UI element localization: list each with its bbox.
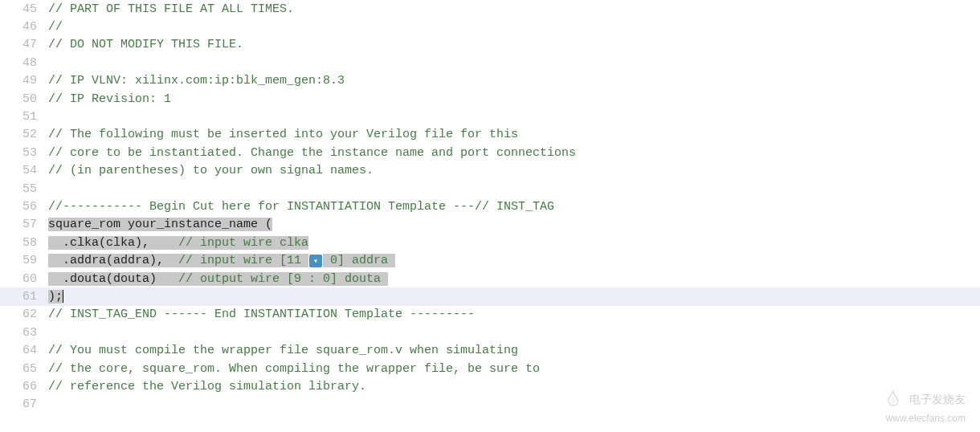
line-number: 56 bbox=[0, 200, 48, 214]
line-number: 54 bbox=[0, 164, 48, 177]
code-segment: // reference the Verilog simulation libr… bbox=[48, 380, 366, 393]
line-number: 57 bbox=[0, 218, 48, 231]
code-segment: // The following must be inserted into y… bbox=[48, 128, 518, 141]
code-line[interactable]: 53// core to be instantiated. Change the… bbox=[0, 144, 980, 161]
line-number: 45 bbox=[0, 2, 48, 16]
line-number: 47 bbox=[0, 38, 48, 51]
code-content[interactable]: //----------- Begin Cut here for INSTANT… bbox=[48, 200, 980, 214]
code-segment: // input wire [11 bbox=[178, 254, 308, 267]
line-number: 62 bbox=[0, 308, 48, 321]
code-content[interactable]: // INST_TAG_END ------ End INSTANTIATION… bbox=[48, 308, 980, 321]
code-line[interactable]: 46// bbox=[0, 18, 980, 35]
code-content[interactable]: // IP Revision: 1 bbox=[48, 92, 980, 106]
code-segment: // core to be instantiated. Change the i… bbox=[48, 146, 576, 160]
code-line[interactable]: 66// reference the Verilog simulation li… bbox=[0, 377, 980, 395]
line-number: 58 bbox=[0, 236, 48, 250]
code-line[interactable]: 58 .clka(clka), // input wire clka bbox=[0, 234, 980, 251]
code-line[interactable]: 50// IP Revision: 1 bbox=[0, 90, 980, 108]
code-segment: // (in parentheses) to your own signal n… bbox=[48, 164, 374, 177]
code-segment: ); bbox=[48, 290, 63, 304]
code-line[interactable]: 63 bbox=[0, 324, 980, 341]
line-number: 66 bbox=[0, 380, 48, 393]
code-segment: //----------- Begin Cut here for INSTANT… bbox=[48, 200, 554, 214]
collapse-badge-icon[interactable]: ▾ bbox=[309, 255, 322, 267]
code-content[interactable]: // core to be instantiated. Change the i… bbox=[48, 146, 980, 160]
code-content[interactable]: .addra(addra), // input wire [11 ▾ 0] ad… bbox=[48, 254, 980, 267]
code-content[interactable]: // You must compile the wrapper file squ… bbox=[48, 344, 980, 357]
line-number: 64 bbox=[0, 344, 48, 357]
code-segment: // bbox=[48, 20, 63, 34]
code-segment: // IP VLNV: xilinx.com:ip:blk_mem_gen:8.… bbox=[48, 74, 345, 88]
code-line[interactable]: 65// the core, square_rom. When compilin… bbox=[0, 360, 980, 377]
code-segment: // the core, square_rom. When compiling … bbox=[48, 362, 540, 376]
code-line[interactable]: 45// PART OF THIS FILE AT ALL TIMES. bbox=[0, 0, 980, 18]
code-content[interactable]: // DO NOT MODIFY THIS FILE. bbox=[48, 38, 980, 51]
code-line[interactable]: 59 .addra(addra), // input wire [11 ▾ 0]… bbox=[0, 251, 980, 269]
code-line[interactable]: 54// (in parentheses) to your own signal… bbox=[0, 162, 980, 180]
line-number: 51 bbox=[0, 110, 48, 124]
code-content[interactable]: // PART OF THIS FILE AT ALL TIMES. bbox=[48, 2, 980, 16]
code-line[interactable]: 57square_rom your_instance_name ( bbox=[0, 216, 980, 234]
code-content[interactable]: // IP VLNV: xilinx.com:ip:blk_mem_gen:8.… bbox=[48, 74, 980, 88]
line-number: 52 bbox=[0, 128, 48, 141]
watermark-url: www.elecfans.com bbox=[882, 413, 966, 424]
line-number: 67 bbox=[0, 397, 48, 411]
code-content[interactable]: // reference the Verilog simulation libr… bbox=[48, 380, 980, 393]
code-line[interactable]: 62// INST_TAG_END ------ End INSTANTIATI… bbox=[0, 306, 980, 324]
code-segment: square_rom your_instance_name ( bbox=[48, 218, 272, 231]
line-number: 59 bbox=[0, 254, 48, 267]
line-number: 60 bbox=[0, 272, 48, 286]
line-number: 50 bbox=[0, 92, 48, 106]
code-line[interactable]: 55 bbox=[0, 180, 980, 198]
code-line[interactable]: 48 bbox=[0, 54, 980, 71]
code-line[interactable]: 67 bbox=[0, 396, 980, 414]
code-segment: // PART OF THIS FILE AT ALL TIMES. bbox=[48, 2, 294, 16]
code-segment: .clka(clka), bbox=[48, 236, 178, 250]
line-number: 49 bbox=[0, 74, 48, 88]
line-number: 46 bbox=[0, 20, 48, 34]
code-segment: // DO NOT MODIFY THIS FILE. bbox=[48, 38, 243, 51]
code-segment: // input wire clka bbox=[178, 236, 308, 250]
code-content[interactable]: // the core, square_rom. When compiling … bbox=[48, 362, 980, 376]
text-caret bbox=[63, 290, 63, 303]
line-number: 61 bbox=[0, 290, 48, 304]
code-content[interactable]: .clka(clka), // input wire clka bbox=[48, 236, 980, 250]
code-segment: // You must compile the wrapper file squ… bbox=[48, 344, 518, 357]
code-segment: // output wire [9 : 0] douta bbox=[178, 272, 388, 286]
code-line[interactable]: 47// DO NOT MODIFY THIS FILE. bbox=[0, 36, 980, 54]
code-line[interactable]: 52// The following must be inserted into… bbox=[0, 126, 980, 144]
code-line[interactable]: 64// You must compile the wrapper file s… bbox=[0, 341, 980, 359]
code-segment: 0] addra bbox=[323, 254, 395, 267]
code-line[interactable]: 60 .douta(douta) // output wire [9 : 0] … bbox=[0, 270, 980, 287]
code-content[interactable]: square_rom your_instance_name ( bbox=[48, 218, 980, 231]
code-segment: // INST_TAG_END ------ End INSTANTIATION… bbox=[48, 308, 475, 321]
code-content[interactable]: // The following must be inserted into y… bbox=[48, 128, 980, 141]
line-number: 63 bbox=[0, 326, 48, 340]
line-number: 55 bbox=[0, 182, 48, 196]
code-segment: .addra(addra), bbox=[48, 254, 178, 267]
line-number: 53 bbox=[0, 146, 48, 160]
code-editor[interactable]: 45// PART OF THIS FILE AT ALL TIMES.46//… bbox=[0, 0, 980, 414]
code-content[interactable]: // (in parentheses) to your own signal n… bbox=[48, 164, 980, 177]
code-line[interactable]: 51 bbox=[0, 108, 980, 125]
code-content[interactable]: // bbox=[48, 20, 980, 34]
line-number: 48 bbox=[0, 56, 48, 70]
code-line[interactable]: 61); bbox=[0, 287, 980, 305]
code-line[interactable]: 56//----------- Begin Cut here for INSTA… bbox=[0, 198, 980, 215]
line-number: 65 bbox=[0, 362, 48, 376]
code-segment: .douta(douta) bbox=[48, 272, 178, 286]
code-line[interactable]: 49// IP VLNV: xilinx.com:ip:blk_mem_gen:… bbox=[0, 72, 980, 90]
code-segment: // IP Revision: 1 bbox=[48, 92, 171, 106]
code-content[interactable]: .douta(douta) // output wire [9 : 0] dou… bbox=[48, 272, 980, 286]
code-content[interactable]: ); bbox=[48, 290, 980, 304]
